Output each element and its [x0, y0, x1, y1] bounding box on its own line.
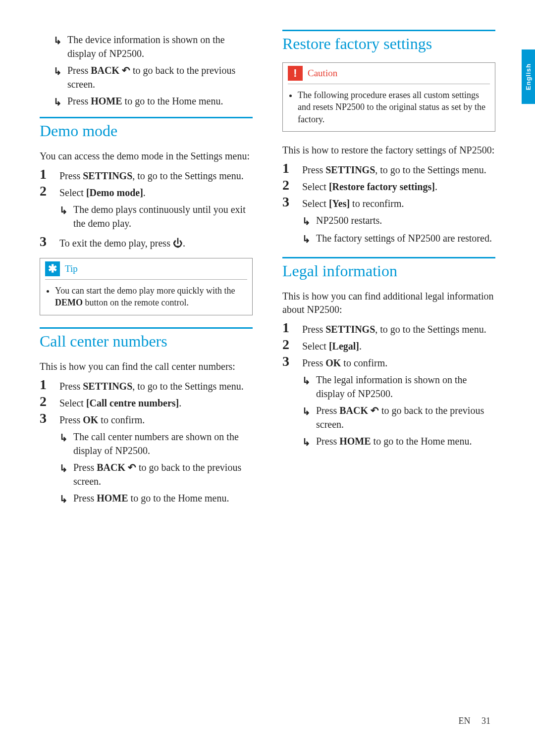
result-arrow-icon: ↳	[59, 491, 73, 506]
step-text: Select [Legal].	[302, 337, 362, 353]
result-text: The legal information is shown on the di…	[316, 373, 495, 401]
step-number: 1	[40, 167, 59, 182]
step-text: Select [Demo mode].	[59, 186, 253, 200]
result-text: Press BACK ↶ to go back to the previous …	[73, 460, 253, 488]
result-text: NP2500 restarts.	[316, 213, 382, 227]
legal-steps: 1 Press SETTINGS, to go to the Settings …	[282, 320, 495, 452]
result-text: The call center numbers are shown on the…	[73, 430, 253, 457]
result-arrow-icon: ↳	[302, 213, 316, 228]
result-text: Press HOME to go to the Home menu.	[316, 434, 472, 448]
result-arrow-icon: ↳	[59, 460, 73, 475]
tip-icon: ✱	[45, 261, 60, 276]
step-number: 2	[282, 337, 302, 353]
restore-steps: 1 Press SETTINGS, to go to the Settings …	[282, 161, 495, 249]
step-number: 2	[282, 178, 302, 193]
result-arrow-icon: ↳	[302, 373, 316, 388]
step-text: To exit the demo play, press ⏻.	[59, 234, 185, 250]
step-text: Select [Restore factory settings].	[302, 178, 437, 194]
step-number: 3	[40, 234, 59, 250]
call-steps: 1 Press SETTINGS, to go to the Settings …	[40, 377, 253, 509]
step-number: 3	[282, 354, 302, 369]
caution-callout: ! Caution The following procedure erases…	[282, 62, 495, 132]
restore-intro: This is how to restore the factory setti…	[282, 144, 495, 157]
step-number: 1	[282, 320, 302, 336]
result-arrow-icon: ↳	[302, 403, 316, 418]
step-text: Press OK to confirm.	[59, 413, 253, 427]
demo-mode-heading: Demo mode	[40, 122, 253, 140]
page-body: ↳The device information is shown on the …	[0, 0, 535, 545]
step-number: 3	[282, 195, 302, 210]
restore-heading: Restore factory settings	[282, 35, 495, 52]
result-text: Press HOME to go to the Home menu.	[73, 491, 229, 505]
right-column: Restore factory settings ! Caution The f…	[282, 30, 495, 515]
call-center-heading: Call center numbers	[40, 333, 253, 350]
step-number: 3	[40, 411, 59, 426]
step-text: Press OK to confirm.	[302, 356, 495, 370]
section-rule	[40, 117, 253, 118]
footer-page: 31	[482, 716, 490, 726]
step-text: Select [Yes] to reconfirm.	[302, 197, 492, 210]
caution-icon: !	[288, 66, 303, 81]
demo-intro: You can access the demo mode in the Sett…	[40, 150, 253, 163]
result-arrow-icon: ↳	[59, 430, 73, 445]
result-text: Press BACK ↶ to go back to the previous …	[67, 63, 253, 91]
step-number: 2	[40, 184, 59, 199]
step-text: Press SETTINGS, to go to the Settings me…	[59, 377, 244, 393]
result-arrow-icon: ↳	[59, 202, 73, 217]
step-text: Press SETTINGS, to go to the Settings me…	[302, 161, 486, 177]
result-arrow-icon: ↳	[302, 231, 316, 246]
footer-lang: EN	[459, 716, 471, 726]
section-rule	[282, 30, 495, 31]
page-footer: EN 31	[459, 716, 491, 726]
step-number: 2	[40, 394, 59, 409]
tip-callout: ✱ Tip You can start the demo play more q…	[40, 258, 253, 315]
legal-heading: Legal information	[282, 262, 495, 280]
result-arrow-icon: ↳	[54, 94, 67, 109]
step-number: 1	[282, 161, 302, 176]
result-text: The device information is shown on the d…	[67, 33, 253, 60]
call-intro: This is how you can find the call center…	[40, 360, 253, 373]
section-rule	[40, 327, 253, 329]
result-arrow-icon: ↳	[302, 434, 316, 449]
step-text: Press SETTINGS, to go to the Settings me…	[302, 320, 486, 336]
result-text: Press BACK ↶ to go back to the previous …	[316, 403, 495, 431]
demo-steps: 1 Press SETTINGS, to go to the Settings …	[40, 167, 253, 250]
result-text: Press HOME to go to the Home menu.	[67, 94, 223, 108]
result-text: The factory settings of NP2500 are resto…	[316, 231, 492, 245]
device-info-results: ↳The device information is shown on the …	[40, 33, 253, 109]
language-tab: English	[522, 50, 535, 104]
caution-label: Caution	[308, 68, 337, 79]
step-number: 1	[40, 377, 59, 393]
result-text: The demo plays continuously until you ex…	[73, 202, 253, 230]
tip-text: You can start the demo play more quickly…	[55, 285, 245, 309]
step-text: Select [Call centre numbers].	[59, 394, 181, 410]
legal-intro: This is how you can find additional lega…	[282, 290, 495, 316]
tip-label: Tip	[65, 263, 78, 274]
caution-text: The following procedure erases all custo…	[298, 89, 488, 125]
result-arrow-icon: ↳	[54, 33, 67, 48]
left-column: ↳The device information is shown on the …	[40, 30, 253, 515]
section-rule	[282, 257, 495, 258]
step-text: Press SETTINGS, to go to the Settings me…	[59, 167, 244, 183]
result-arrow-icon: ↳	[54, 63, 67, 78]
